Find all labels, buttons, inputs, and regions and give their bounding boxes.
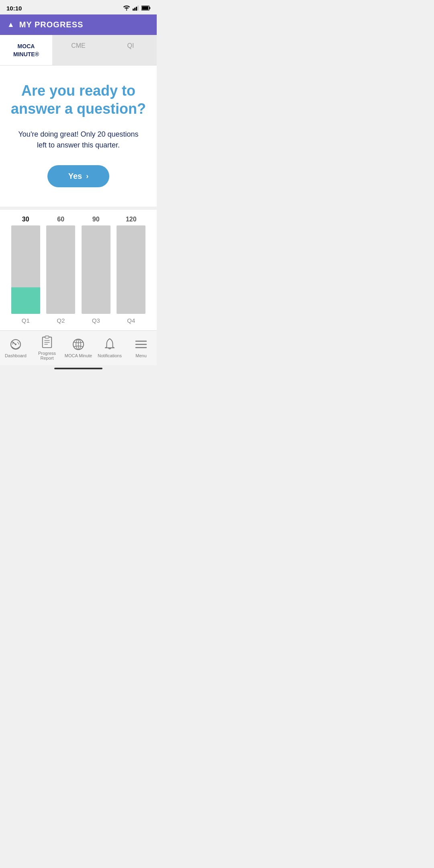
hamburger-icon: [134, 337, 148, 352]
bar-q3: 90 Q3: [82, 216, 111, 324]
chart-bars: 30 Q1 60 Q2 90 Q3 120 Q4: [8, 219, 149, 324]
nav-label-menu: Menu: [135, 353, 147, 358]
bar-q2: 60 Q2: [46, 216, 75, 324]
header-chevron-icon[interactable]: ▲: [7, 20, 14, 29]
nav-item-menu[interactable]: Menu: [125, 337, 157, 358]
svg-rect-0: [133, 9, 134, 11]
bar-q2-top-label: 60: [57, 216, 64, 223]
main-card: Are you ready to answer a question? You'…: [0, 66, 157, 207]
bar-q4-container: [117, 225, 145, 314]
bottom-nav: Dashboard Progress Report MOCA Minute: [0, 330, 157, 365]
bar-q2-container: [46, 225, 75, 314]
nav-label-dashboard: Dashboard: [5, 353, 27, 358]
svg-rect-3: [137, 6, 139, 11]
signal-icon: [133, 5, 139, 11]
bar-q3-top-label: 90: [92, 216, 100, 223]
bar-q2-bottom-label: Q2: [57, 317, 65, 324]
tab-qi[interactable]: QI: [104, 35, 157, 65]
bar-q1: 30 Q1: [11, 216, 40, 324]
header-title: MY PROGRESS: [19, 20, 84, 29]
nav-label-moca-minute: MOCA Minute: [65, 353, 92, 358]
tab-bar: MOCA MINUTE® CME QI: [0, 35, 157, 66]
chart-section: 30 Q1 60 Q2 90 Q3 120 Q4: [0, 210, 157, 330]
ready-subtitle: You're doing great! Only 20 questions le…: [10, 129, 147, 151]
nav-label-notifications: Notifications: [98, 353, 122, 358]
wifi-icon: [123, 5, 130, 11]
nav-item-notifications[interactable]: Notifications: [94, 337, 125, 358]
svg-rect-2: [136, 7, 137, 11]
yes-button[interactable]: Yes ›: [47, 165, 109, 187]
battery-icon: [141, 6, 150, 10]
bell-icon: [102, 337, 117, 352]
nav-item-progress-report[interactable]: Progress Report: [31, 335, 63, 360]
bar-q1-container: [11, 225, 40, 314]
ready-title: Are you ready to answer a question?: [10, 82, 147, 118]
globe-icon: [71, 337, 86, 352]
tab-cme[interactable]: CME: [52, 35, 104, 65]
svg-rect-10: [45, 336, 49, 338]
svg-point-8: [15, 344, 16, 345]
dashboard-icon: [8, 337, 23, 352]
nav-label-progress-report: Progress Report: [31, 351, 63, 360]
status-bar: 10:10: [0, 0, 157, 14]
bar-q4-top-label: 120: [126, 216, 137, 223]
bar-q3-bottom-label: Q3: [92, 317, 100, 324]
bar-q4-bottom-label: Q4: [127, 317, 135, 324]
home-bar: [54, 368, 102, 369]
nav-item-moca-minute[interactable]: MOCA Minute: [63, 337, 94, 358]
yes-arrow-icon: ›: [86, 172, 88, 180]
svg-rect-6: [142, 6, 148, 10]
bar-q4: 120 Q4: [117, 216, 145, 324]
svg-rect-5: [149, 7, 150, 9]
bar-q1-bottom-label: Q1: [22, 317, 30, 324]
svg-rect-1: [134, 8, 135, 10]
bar-q1-fill: [11, 287, 40, 314]
app-header: ▲ MY PROGRESS: [0, 14, 157, 35]
nav-item-dashboard[interactable]: Dashboard: [0, 337, 31, 358]
bar-q1-top-label: 30: [22, 216, 29, 223]
bar-q3-container: [82, 225, 111, 314]
tab-moca-minute[interactable]: MOCA MINUTE®: [0, 35, 52, 65]
status-time: 10:10: [6, 5, 22, 12]
home-indicator: [0, 365, 157, 373]
clipboard-icon: [40, 335, 54, 349]
status-icons: [123, 5, 150, 11]
